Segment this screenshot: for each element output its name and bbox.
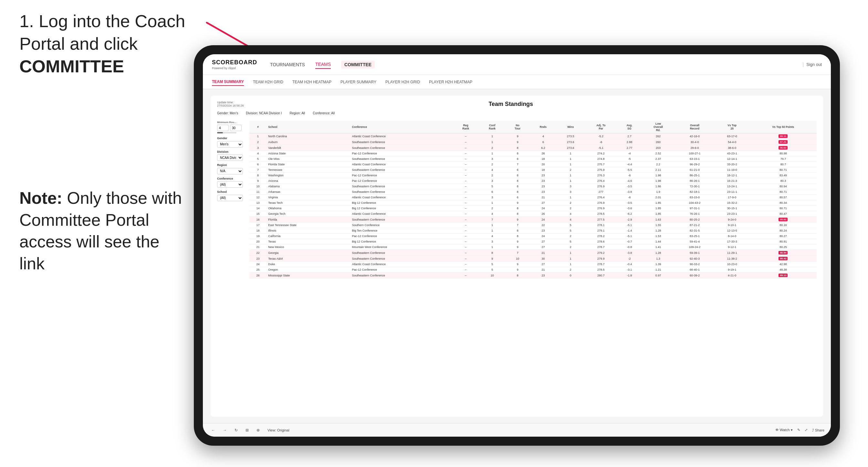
- cell-avg-sg: -2.9: [617, 217, 642, 222]
- cell-low: 2.11: [642, 167, 675, 173]
- points-badge: 80.16: [779, 223, 787, 227]
- sub-nav-team-h2h-grid[interactable]: TEAM H2H GRID: [253, 79, 283, 86]
- share-label: Share: [815, 428, 825, 432]
- tablet-screen: SCOREBOARD Powered by clippd TOURNAMENTS…: [203, 54, 831, 437]
- cell-overall-rec: 83-15-0: [675, 195, 714, 200]
- cell-avg-sg: -5.1: [617, 222, 642, 228]
- cell-rank: 24: [249, 261, 267, 267]
- cell-overall-rec: 29-6-0: [675, 145, 714, 151]
- sign-out-link[interactable]: Sign out: [806, 62, 822, 67]
- toolbar-fullscreen[interactable]: ⤢: [805, 428, 808, 432]
- cell-overall-rec: 60-39-2: [675, 273, 714, 278]
- school-group-label: School: [217, 190, 245, 193]
- cell-conference: Atlantic Coast Conference: [350, 211, 452, 217]
- cell-adj: 279.9: [585, 256, 618, 261]
- nav-items: TOURNAMENTS TEAMS COMMITTEE: [270, 60, 802, 69]
- sub-nav-team-h2h-heatmap[interactable]: TEAM H2H HEATMAP: [292, 79, 332, 86]
- cell-reg-rank: –: [453, 200, 479, 206]
- standings-header: Update time: 27/03/2024 16:56:26 Team St…: [217, 101, 817, 107]
- step-text: 1. Log into the Coach Portal and click C…: [20, 10, 207, 78]
- cell-school: Arizona: [267, 178, 350, 184]
- cell-school: Duke: [267, 261, 350, 267]
- watch-label: Watch: [780, 428, 790, 432]
- min-rounds-slider[interactable]: [217, 132, 237, 133]
- cell-adj: 278.5: [585, 211, 618, 217]
- cell-school: Tennessee: [267, 167, 350, 173]
- cell-avg-sg: -1.8: [617, 273, 642, 278]
- col-rnds: Rnds: [530, 121, 557, 133]
- sub-nav-player-summary[interactable]: PLAYER SUMMARY: [340, 79, 376, 86]
- cell-overall-rec: 86-26-1: [675, 178, 714, 184]
- points-badge: 86.62: [778, 146, 787, 150]
- points-badge: 88.54: [778, 251, 787, 254]
- toolbar-refresh[interactable]: ↻: [232, 427, 240, 434]
- conference-select[interactable]: (All): [217, 181, 243, 188]
- cell-conf-rank: 2: [479, 162, 505, 167]
- points-badge: 79.7: [780, 157, 786, 160]
- sub-nav-team-summary[interactable]: TEAM SUMMARY: [212, 78, 244, 86]
- cell-conf-rank: 1: [479, 222, 505, 228]
- tablet-frame: SCOREBOARD Powered by clippd TOURNAMENTS…: [194, 45, 840, 446]
- cell-vs25: 54-4-0: [715, 139, 750, 145]
- cell-rank: 18: [249, 228, 267, 234]
- cell-wins: 5: [557, 239, 585, 245]
- cell-adj: 278.5: [585, 267, 618, 273]
- cell-points: 80.71: [750, 206, 817, 211]
- min-rounds-input-2[interactable]: [230, 125, 242, 131]
- toolbar-share-btn[interactable]: ⤴ Share: [812, 428, 825, 432]
- nav-item-tournaments[interactable]: TOURNAMENTS: [270, 61, 305, 68]
- cell-low: 260: [642, 139, 675, 145]
- toolbar-back[interactable]: ←: [209, 427, 217, 434]
- toolbar-aa[interactable]: ⊕: [254, 427, 262, 434]
- cell-vs25: 63-17-0: [715, 133, 750, 139]
- division-select[interactable]: NCAA Division I: [217, 154, 243, 161]
- cell-adj: 278.7: [585, 245, 618, 250]
- nav-item-committee[interactable]: COMMITTEE: [341, 61, 375, 68]
- cell-school: Virginia: [267, 195, 350, 200]
- cell-conf-rank: 6: [479, 189, 505, 195]
- sub-nav-player-h2h-grid[interactable]: PLAYER H2H GRID: [385, 79, 420, 86]
- min-rounds-input-1[interactable]: [217, 125, 229, 131]
- sub-nav-player-h2h-heatmap[interactable]: PLAYER H2H HEATMAP: [429, 79, 472, 86]
- region-select[interactable]: N/A: [217, 168, 243, 175]
- cell-no-tour: 8: [505, 173, 530, 178]
- cell-avg-sg: -3.8: [617, 189, 642, 195]
- nav-item-teams[interactable]: TEAMS: [315, 60, 331, 69]
- cell-rnds: 23: [530, 273, 557, 278]
- standings-title: Team Standings: [244, 101, 778, 107]
- table-row: 19 California Pac-12 Conference – 4 8 24…: [249, 234, 817, 239]
- cell-rnds: 20: [530, 162, 557, 167]
- cell-wins: 1: [557, 178, 585, 184]
- cell-rnds: 23: [530, 189, 557, 195]
- cell-rank: 11: [249, 189, 267, 195]
- cell-vs25: 13-24-1: [715, 184, 750, 189]
- main-content: Update time: 27/03/2024 16:56:26 Team St…: [203, 89, 831, 423]
- cell-low: 1.28: [642, 228, 675, 234]
- cell-adj: 274.2: [585, 151, 618, 156]
- gender-select[interactable]: Men's: [217, 141, 243, 148]
- cell-low: 1.85: [642, 200, 675, 206]
- school-select[interactable]: (All): [217, 195, 243, 201]
- cell-vs25: 10-23-0: [715, 261, 750, 267]
- table-row: 6 Florida State Atlantic Coast Conferenc…: [249, 162, 817, 167]
- cell-rnds: 21: [530, 250, 557, 256]
- cell-adj: 277.5: [585, 217, 618, 222]
- cell-adj: 274.8: [585, 156, 618, 162]
- toolbar-forward[interactable]: →: [221, 427, 229, 434]
- cell-reg-rank: –: [453, 178, 479, 184]
- cell-conf-rank: 3: [479, 239, 505, 245]
- cell-avg-sg: -3.1: [617, 267, 642, 273]
- points-badge: 80.24: [779, 229, 787, 232]
- cell-wins: 2: [557, 267, 585, 273]
- toolbar-annotate[interactable]: ✎: [797, 428, 800, 432]
- controls-table-area: Minimum Rou... Gender: [217, 121, 817, 278]
- toolbar-share-small[interactable]: ⊞: [244, 427, 251, 434]
- cell-no-tour: 9: [505, 133, 530, 139]
- filter-row: Gender: Men's Division: NCAA Division I …: [217, 112, 817, 118]
- school-group: School (All): [217, 190, 245, 201]
- toolbar-view-original[interactable]: View: Original: [266, 427, 291, 433]
- toolbar-watch[interactable]: 👁 Watch ▾: [775, 428, 793, 432]
- cell-rank: 20: [249, 239, 267, 245]
- cell-school: Alabama: [267, 184, 350, 189]
- cell-reg-rank: –: [453, 211, 479, 217]
